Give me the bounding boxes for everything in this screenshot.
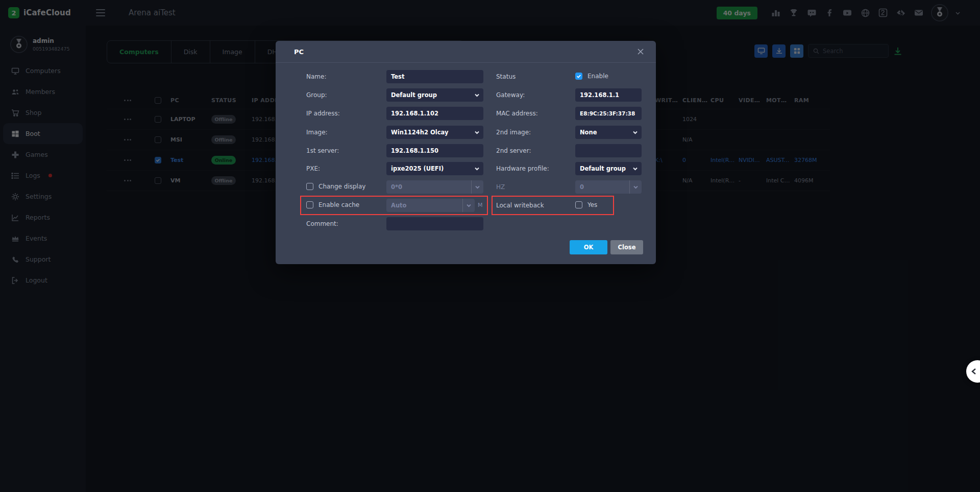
mac-input[interactable]: E8:9C:25:3F:37:38 xyxy=(575,107,642,120)
close-button[interactable]: Close xyxy=(610,240,643,254)
server2-input[interactable] xyxy=(575,144,642,157)
image2-label: 2nd image: xyxy=(496,126,531,139)
writeback-yes-label: Yes xyxy=(587,201,597,208)
group-label: Group: xyxy=(306,88,327,102)
display-select: 0*0 xyxy=(386,180,483,194)
gateway-label: Gateway: xyxy=(496,88,525,102)
enable-cache-label: Enable cache xyxy=(318,201,359,208)
modal-actions: OK Close xyxy=(570,240,643,254)
pc-modal: PC Name: Test Status Enable Group: Defau… xyxy=(276,41,656,264)
close-icon[interactable] xyxy=(638,49,644,55)
group-select-value: Default group xyxy=(391,91,437,99)
enable-cache-checkbox[interactable] xyxy=(306,201,313,208)
change-display-row: Change display xyxy=(306,183,365,190)
status-enable-row: Enable xyxy=(575,73,608,80)
modal-header: PC xyxy=(276,41,656,63)
pxe-label: PXE: xyxy=(306,162,320,175)
hz-label: HZ xyxy=(496,180,505,194)
mac-label: MAC address: xyxy=(496,107,538,120)
ip-input[interactable]: 192.168.1.102 xyxy=(386,107,483,120)
chevron-left-icon xyxy=(971,368,977,375)
image-select-value: Win1124h2 Olcay xyxy=(391,129,448,136)
cache-unit-suffix: M xyxy=(478,199,483,212)
chevron-down-icon xyxy=(474,130,480,135)
hw-profile-label: Hardware profile: xyxy=(496,162,549,175)
pxe-select-value: ipxe2025 (UEFI) xyxy=(391,165,444,172)
local-writeback-label: Local writeback xyxy=(496,199,544,212)
modal-title: PC xyxy=(294,48,304,56)
group-select[interactable]: Default group xyxy=(386,88,483,102)
enable-cache-row: Enable cache xyxy=(306,201,359,208)
comment-label: Comment: xyxy=(306,217,338,230)
name-input[interactable]: Test xyxy=(386,70,483,83)
status-label: Status xyxy=(496,70,516,83)
chevron-down-icon xyxy=(632,130,638,135)
pxe-select[interactable]: ipxe2025 (UEFI) xyxy=(386,162,483,175)
display-select-value: 0*0 xyxy=(391,183,471,191)
chevron-down-icon xyxy=(474,166,480,172)
comment-input[interactable] xyxy=(386,217,483,230)
image2-select[interactable]: None xyxy=(575,126,642,139)
cache-select-value: Auto xyxy=(391,202,462,209)
cache-select: Auto xyxy=(386,199,475,212)
image-select[interactable]: Win1124h2 Olcay xyxy=(386,126,483,139)
image-label: Image: xyxy=(306,126,328,139)
change-display-checkbox[interactable] xyxy=(306,183,313,190)
hw-profile-select-value: Default group xyxy=(580,165,626,172)
ok-button[interactable]: OK xyxy=(570,240,607,254)
hz-select-value: 0 xyxy=(580,183,629,191)
gateway-input[interactable]: 192.168.1.1 xyxy=(575,88,642,102)
chevron-down-icon xyxy=(474,92,480,98)
enable-checkbox[interactable] xyxy=(575,73,582,80)
server1-input[interactable]: 192.168.1.150 xyxy=(386,144,483,157)
hz-select: 0 xyxy=(575,180,642,194)
image2-select-value: None xyxy=(580,129,597,136)
name-label: Name: xyxy=(306,70,326,83)
server2-label: 2nd server: xyxy=(496,144,531,157)
chevron-down-icon xyxy=(462,199,475,212)
change-display-label: Change display xyxy=(318,183,365,190)
hw-profile-select[interactable]: Default group xyxy=(575,162,642,175)
enable-checkbox-label: Enable xyxy=(587,73,608,80)
ip-label: IP address: xyxy=(306,107,340,120)
writeback-yes-row: Yes xyxy=(575,201,597,208)
chevron-down-icon xyxy=(629,180,642,194)
writeback-yes-checkbox[interactable] xyxy=(575,201,582,208)
server1-label: 1st server: xyxy=(306,144,339,157)
chevron-down-icon xyxy=(471,180,483,194)
chevron-down-icon xyxy=(632,166,638,172)
